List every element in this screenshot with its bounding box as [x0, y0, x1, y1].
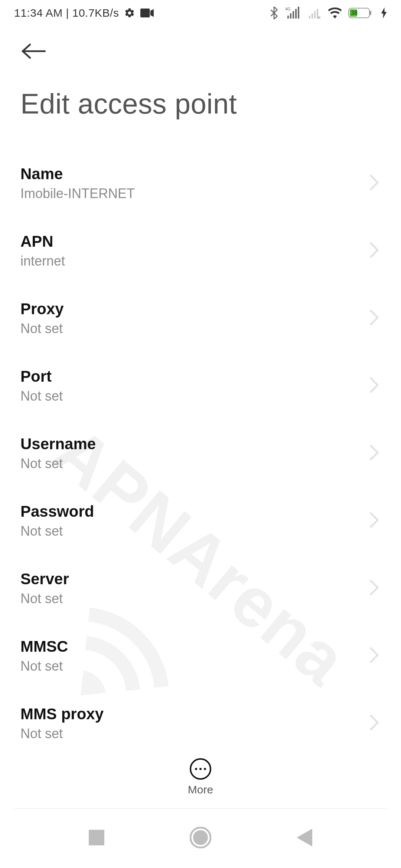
setting-value: Not set: [20, 523, 94, 539]
svg-rect-3: [290, 13, 291, 19]
setting-text: APNinternet: [20, 233, 65, 269]
setting-value: Not set: [20, 456, 96, 471]
setting-value: Not set: [20, 658, 68, 674]
chevron-right-icon: [369, 579, 379, 597]
setting-label: APN: [20, 233, 65, 250]
setting-text: MMSCNot set: [20, 638, 68, 674]
nav-home-button[interactable]: [178, 816, 223, 861]
nav-back-button[interactable]: [282, 816, 327, 861]
svg-rect-8: [312, 13, 313, 19]
arrow-left-icon: [20, 42, 47, 62]
circle-icon: [190, 827, 211, 850]
setting-text: ProxyNot set: [20, 300, 64, 336]
setting-row[interactable]: ProxyNot set: [20, 285, 381, 352]
svg-rect-9: [314, 11, 316, 19]
svg-point-19: [193, 830, 208, 845]
status-bar-left: 11:34 AM | 10.7KB/s: [14, 7, 154, 19]
setting-text: ServerNot set: [20, 570, 69, 606]
chevron-right-icon: [369, 647, 379, 665]
setting-label: MMSC: [20, 638, 68, 655]
setting-text: PortNot set: [20, 368, 63, 404]
setting-row[interactable]: PortNot set: [20, 352, 381, 420]
settings-list: NameImobile-INTERNETAPNinternetProxyNot …: [0, 149, 401, 765]
setting-row[interactable]: ServerNot set: [20, 555, 381, 622]
camera-icon: [140, 8, 154, 18]
setting-row[interactable]: MMSCNot set: [20, 622, 381, 690]
android-nav-bar: [0, 809, 401, 868]
status-bar: 11:34 AM | 10.7KB/s 4G: [0, 0, 401, 26]
setting-text: PasswordNot set: [20, 503, 94, 539]
wifi-icon: [328, 7, 342, 19]
settings-gear-icon: [124, 7, 135, 19]
setting-row[interactable]: NameImobile-INTERNET: [20, 149, 381, 217]
svg-rect-5: [295, 9, 297, 19]
setting-row[interactable]: PasswordNot set: [20, 487, 381, 555]
setting-text: MMS proxyNot set: [20, 705, 104, 742]
more-icon: [190, 758, 211, 780]
setting-value: Not set: [20, 321, 64, 336]
back-button[interactable]: [20, 37, 50, 67]
chevron-right-icon: [369, 512, 379, 530]
more-button[interactable]: More: [0, 749, 401, 805]
svg-rect-2: [287, 16, 289, 19]
chevron-right-icon: [369, 714, 379, 732]
setting-label: MMS proxy: [20, 705, 104, 723]
setting-label: Username: [20, 435, 96, 453]
svg-text:38: 38: [351, 10, 358, 16]
chevron-right-icon: [369, 377, 379, 395]
svg-rect-13: [370, 11, 371, 15]
svg-rect-6: [298, 7, 299, 19]
svg-rect-0: [140, 9, 150, 17]
svg-text:✕: ✕: [317, 15, 321, 19]
more-label: More: [188, 783, 213, 796]
signal-sim2-icon: ✕: [307, 7, 322, 19]
status-clock: 11:34 AM | 10.7KB/s: [14, 7, 119, 19]
nav-recent-button[interactable]: [74, 816, 119, 861]
setting-value: internet: [20, 253, 65, 269]
svg-text:4G: 4G: [285, 7, 291, 11]
bluetooth-icon: [270, 7, 278, 19]
setting-value: Not set: [20, 726, 104, 742]
charging-bolt-icon: [381, 7, 387, 19]
chevron-right-icon: [369, 242, 379, 260]
signal-4g-icon: 4G: [285, 7, 300, 19]
setting-label: Port: [20, 368, 63, 385]
setting-text: NameImobile-INTERNET: [20, 165, 135, 201]
setting-text: UsernameNot set: [20, 435, 96, 471]
setting-row[interactable]: APNinternet: [20, 217, 381, 285]
chevron-right-icon: [369, 174, 379, 192]
chevron-right-icon: [369, 309, 379, 327]
setting-label: Name: [20, 165, 135, 183]
setting-row[interactable]: MMS proxyNot set: [20, 690, 381, 757]
battery-icon: 38: [348, 7, 374, 19]
svg-rect-7: [309, 16, 310, 19]
status-bar-right: 4G ✕ 38: [270, 7, 387, 19]
header: Edit access point: [0, 26, 401, 120]
svg-rect-4: [293, 11, 294, 19]
page-title: Edit access point: [20, 88, 381, 120]
setting-value: Not set: [20, 591, 69, 606]
square-icon: [89, 830, 104, 847]
setting-label: Server: [20, 570, 69, 588]
setting-label: Proxy: [20, 300, 64, 318]
setting-label: Password: [20, 503, 94, 520]
triangle-left-icon: [297, 829, 312, 848]
setting-row[interactable]: UsernameNot set: [20, 420, 381, 487]
svg-rect-17: [89, 830, 104, 845]
setting-value: Imobile-INTERNET: [20, 186, 135, 201]
setting-value: Not set: [20, 388, 63, 404]
chevron-right-icon: [369, 444, 379, 462]
